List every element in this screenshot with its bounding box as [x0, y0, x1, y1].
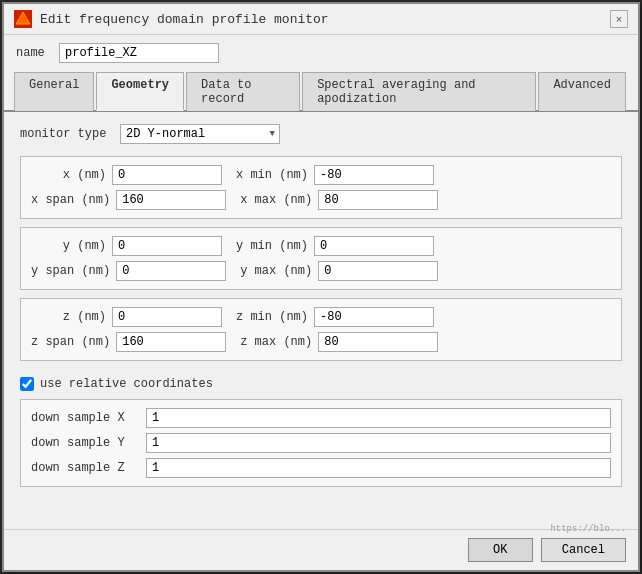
dialog: Edit frequency domain profile monitor × … — [2, 2, 640, 572]
app-icon — [14, 10, 32, 28]
name-row: name — [4, 35, 638, 71]
watermark: https://blo... — [550, 524, 626, 534]
z-input[interactable] — [112, 307, 222, 327]
xmin-input[interactable] — [314, 165, 434, 185]
down-sample-x-label: down sample X — [31, 411, 146, 425]
zspan-row: z span (nm) z max (nm) — [31, 332, 611, 352]
z-section: z (nm) z min (nm) z span (nm) z max (nm) — [20, 298, 622, 361]
down-sample-y-row: down sample Y — [31, 433, 611, 453]
xmax-input[interactable] — [318, 190, 438, 210]
title-bar-left: Edit frequency domain profile monitor — [14, 10, 329, 28]
zmax-label: z max (nm) — [232, 335, 312, 349]
zmax-input[interactable] — [318, 332, 438, 352]
z-label: z (nm) — [31, 310, 106, 324]
y-input[interactable] — [112, 236, 222, 256]
ymin-input[interactable] — [314, 236, 434, 256]
x-label: x (nm) — [31, 168, 106, 182]
x-section: x (nm) x min (nm) x span (nm) x max (nm) — [20, 156, 622, 219]
monitor-type-select[interactable]: 2D X-normal 2D Y-normal 2D Z-normal — [120, 124, 280, 144]
close-button[interactable]: × — [610, 10, 628, 28]
xspan-input[interactable] — [116, 190, 226, 210]
down-sample-x-input[interactable] — [146, 408, 611, 428]
down-sample-z-input[interactable] — [146, 458, 611, 478]
ymax-label: y max (nm) — [232, 264, 312, 278]
tab-geometry[interactable]: Geometry — [96, 72, 184, 111]
ok-button[interactable]: OK — [468, 538, 533, 562]
y-row: y (nm) y min (nm) — [31, 236, 611, 256]
tab-data-to-record[interactable]: Data to record — [186, 72, 300, 111]
zspan-input[interactable] — [116, 332, 226, 352]
yspan-label: y span (nm) — [31, 264, 110, 278]
xspan-row: x span (nm) x max (nm) — [31, 190, 611, 210]
tab-content: monitor type 2D X-normal 2D Y-normal 2D … — [4, 112, 638, 499]
z-row: z (nm) z min (nm) — [31, 307, 611, 327]
yspan-input[interactable] — [116, 261, 226, 281]
x-row: x (nm) x min (nm) — [31, 165, 611, 185]
x-input[interactable] — [112, 165, 222, 185]
y-label: y (nm) — [31, 239, 106, 253]
monitor-type-row: monitor type 2D X-normal 2D Y-normal 2D … — [20, 124, 622, 144]
title-bar: Edit frequency domain profile monitor × — [4, 4, 638, 35]
tab-spectral[interactable]: Spectral averaging and apodization — [302, 72, 536, 111]
ymin-label: y min (nm) — [228, 239, 308, 253]
tab-advanced[interactable]: Advanced — [538, 72, 626, 111]
dialog-title: Edit frequency domain profile monitor — [40, 12, 329, 27]
relative-coords-checkbox[interactable] — [20, 377, 34, 391]
zmin-input[interactable] — [314, 307, 434, 327]
cancel-button[interactable]: Cancel — [541, 538, 626, 562]
zspan-label: z span (nm) — [31, 335, 110, 349]
monitor-type-label: monitor type — [20, 127, 110, 141]
bottom-bar: https://blo... OK Cancel — [4, 529, 638, 570]
down-sample-y-input[interactable] — [146, 433, 611, 453]
down-sample-z-label: down sample Z — [31, 461, 146, 475]
yspan-row: y span (nm) y max (nm) — [31, 261, 611, 281]
down-sample-y-label: down sample Y — [31, 436, 146, 450]
relative-coords-row: use relative coordinates — [20, 369, 622, 399]
ymax-input[interactable] — [318, 261, 438, 281]
tabs: General Geometry Data to record Spectral… — [4, 71, 638, 112]
name-label: name — [16, 46, 51, 60]
down-sample-x-row: down sample X — [31, 408, 611, 428]
name-input[interactable] — [59, 43, 219, 63]
xmin-label: x min (nm) — [228, 168, 308, 182]
xspan-label: x span (nm) — [31, 193, 110, 207]
relative-coords-label[interactable]: use relative coordinates — [40, 377, 213, 391]
zmin-label: z min (nm) — [228, 310, 308, 324]
down-sample-section: down sample X down sample Y down sample … — [20, 399, 622, 487]
y-section: y (nm) y min (nm) y span (nm) y max (nm) — [20, 227, 622, 290]
xmax-label: x max (nm) — [232, 193, 312, 207]
down-sample-z-row: down sample Z — [31, 458, 611, 478]
tab-general[interactable]: General — [14, 72, 94, 111]
monitor-type-select-wrapper: 2D X-normal 2D Y-normal 2D Z-normal — [120, 124, 280, 144]
